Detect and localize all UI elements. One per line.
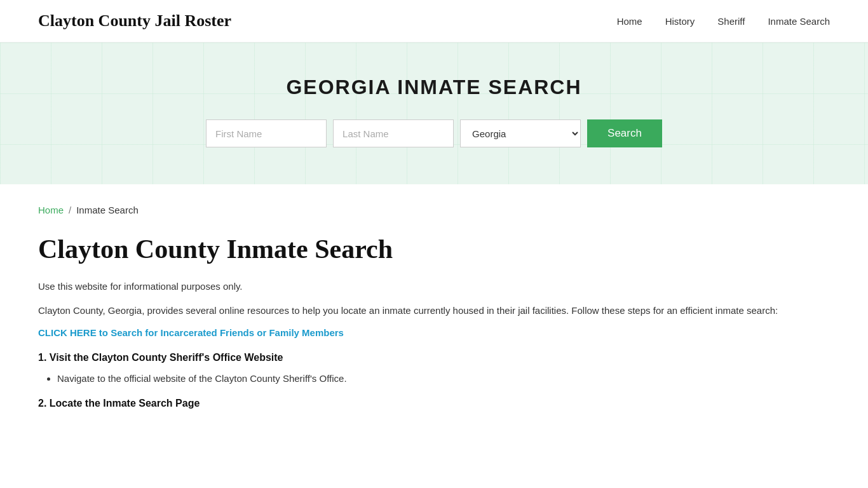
intro-paragraph-2: Clayton County, Georgia, provides severa… bbox=[38, 303, 826, 318]
main-nav: Home History Sheriff Inmate Search bbox=[617, 16, 830, 27]
breadcrumb-current: Inmate Search bbox=[76, 205, 139, 215]
intro-paragraph-1: Use this website for informational purpo… bbox=[38, 279, 826, 294]
hero-title: GEORGIA INMATE SEARCH bbox=[38, 76, 830, 99]
main-content: Home / Inmate Search Clayton County Inma… bbox=[0, 184, 868, 442]
nav-inmate-search[interactable]: Inmate Search bbox=[768, 16, 830, 27]
nav-home[interactable]: Home bbox=[617, 16, 642, 27]
site-logo[interactable]: Clayton County Jail Roster bbox=[38, 11, 231, 30]
hero-banner: GEORGIA INMATE SEARCH AlabamaAlaskaArizo… bbox=[0, 43, 868, 184]
cta-link[interactable]: CLICK HERE to Search for Incarcerated Fr… bbox=[38, 327, 344, 338]
breadcrumb: Home / Inmate Search bbox=[38, 205, 830, 215]
nav-history[interactable]: History bbox=[665, 16, 695, 27]
site-header: Clayton County Jail Roster Home History … bbox=[0, 0, 868, 43]
page-title: Clayton County Inmate Search bbox=[38, 233, 830, 265]
step2-heading: 2. Locate the Inmate Search Page bbox=[38, 398, 830, 409]
step1-list: Navigate to the official website of the … bbox=[57, 371, 830, 386]
step1-bullet-1: Navigate to the official website of the … bbox=[57, 371, 830, 386]
breadcrumb-home[interactable]: Home bbox=[38, 205, 64, 215]
last-name-input[interactable] bbox=[333, 119, 454, 147]
first-name-input[interactable] bbox=[206, 119, 327, 147]
state-select[interactable]: AlabamaAlaskaArizonaArkansasCaliforniaCo… bbox=[460, 119, 581, 147]
inmate-search-form: AlabamaAlaskaArizonaArkansasCaliforniaCo… bbox=[38, 119, 830, 147]
step1-heading: 1. Visit the Clayton County Sheriff's Of… bbox=[38, 352, 830, 363]
nav-sheriff[interactable]: Sheriff bbox=[717, 16, 745, 27]
breadcrumb-separator: / bbox=[69, 205, 71, 215]
search-button[interactable]: Search bbox=[587, 119, 662, 147]
